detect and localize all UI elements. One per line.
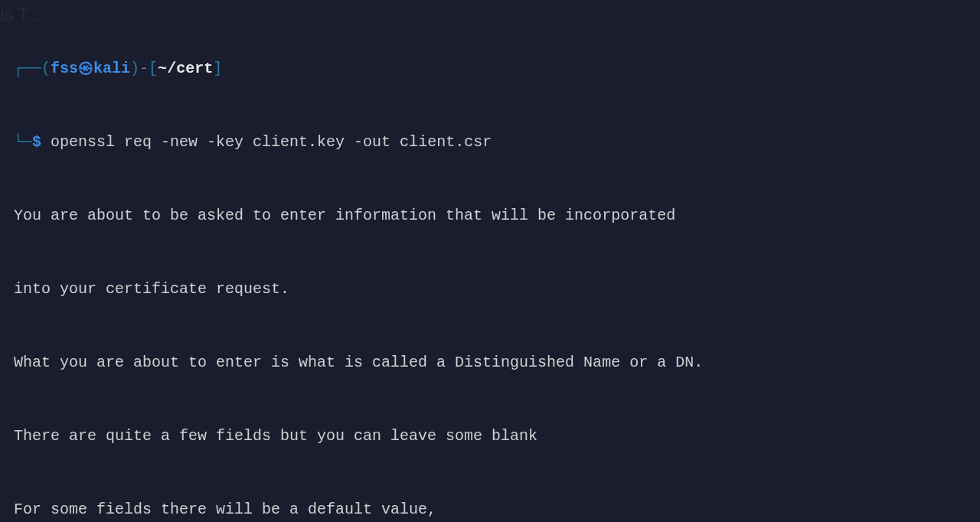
prompt-user: fss	[51, 60, 78, 77]
output-intro-3: There are quite a few fields but you can…	[14, 424, 966, 449]
output-intro-2: What you are about to enter is what is c…	[14, 351, 966, 375]
prompt-bracket-open: [	[149, 60, 158, 77]
prompt-line-2: └─$ openssl req -new -key client.key -ou…	[14, 130, 966, 155]
prompt-corner-bottom: └─	[14, 133, 32, 151]
prompt-paren-open: (	[41, 60, 51, 77]
terminal-window[interactable]: ┌──(fss㉿kali)-[~/cert] └─$ openssl req -…	[14, 8, 966, 522]
prompt-paren-close: )	[130, 60, 139, 77]
prompt-bracket-close: ]	[213, 60, 222, 77]
prompt-corner-top: ┌──	[14, 60, 41, 77]
output-intro-4: For some fields there will be a default …	[14, 498, 966, 522]
command-text: openssl req -new -key client.key -out cl…	[51, 133, 492, 151]
output-intro-0: You are about to be asked to enter infor…	[14, 204, 966, 228]
output-intro-1: into your certificate request.	[14, 277, 966, 302]
prompt-home: ~	[158, 60, 167, 77]
prompt-cwd: /cert	[167, 60, 213, 77]
at-icon: ㉿	[78, 60, 93, 77]
prompt-dollar: $	[32, 133, 41, 151]
prompt-dash: -	[139, 60, 149, 77]
prompt-line-1: ┌──(fss㉿kali)-[~/cert]	[14, 57, 966, 81]
prompt-host: kali	[93, 60, 130, 77]
